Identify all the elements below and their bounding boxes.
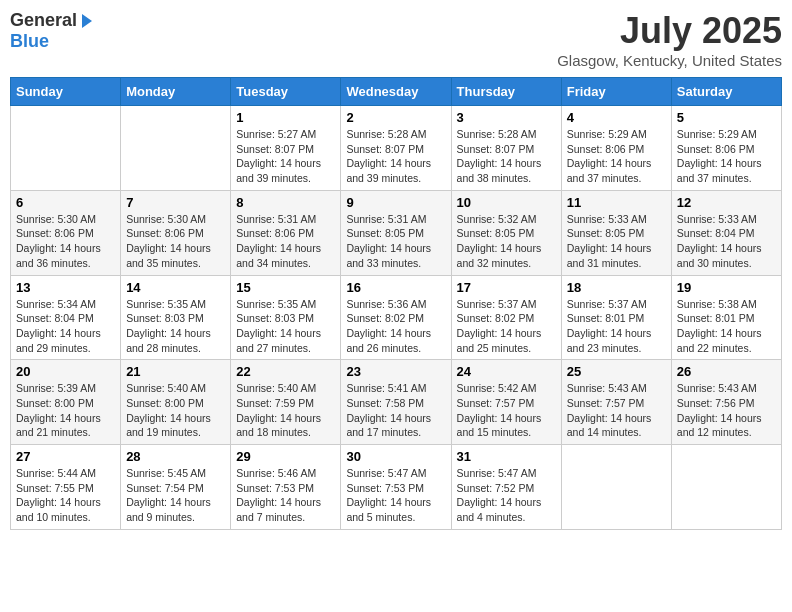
day-number: 19 <box>677 280 776 295</box>
day-detail: Sunrise: 5:32 AM Sunset: 8:05 PM Dayligh… <box>457 212 556 271</box>
day-number: 18 <box>567 280 666 295</box>
day-detail: Sunrise: 5:29 AM Sunset: 8:06 PM Dayligh… <box>567 127 666 186</box>
day-detail: Sunrise: 5:30 AM Sunset: 8:06 PM Dayligh… <box>126 212 225 271</box>
day-number: 27 <box>16 449 115 464</box>
weekday-header-thursday: Thursday <box>451 78 561 106</box>
calendar-cell: 10Sunrise: 5:32 AM Sunset: 8:05 PM Dayli… <box>451 190 561 275</box>
weekday-header-sunday: Sunday <box>11 78 121 106</box>
calendar-cell: 24Sunrise: 5:42 AM Sunset: 7:57 PM Dayli… <box>451 360 561 445</box>
day-detail: Sunrise: 5:47 AM Sunset: 7:52 PM Dayligh… <box>457 466 556 525</box>
day-number: 25 <box>567 364 666 379</box>
day-number: 26 <box>677 364 776 379</box>
day-number: 28 <box>126 449 225 464</box>
day-detail: Sunrise: 5:34 AM Sunset: 8:04 PM Dayligh… <box>16 297 115 356</box>
calendar-cell: 9Sunrise: 5:31 AM Sunset: 8:05 PM Daylig… <box>341 190 451 275</box>
calendar-cell: 31Sunrise: 5:47 AM Sunset: 7:52 PM Dayli… <box>451 445 561 530</box>
calendar-cell <box>561 445 671 530</box>
day-detail: Sunrise: 5:33 AM Sunset: 8:05 PM Dayligh… <box>567 212 666 271</box>
day-detail: Sunrise: 5:40 AM Sunset: 7:59 PM Dayligh… <box>236 381 335 440</box>
day-number: 23 <box>346 364 445 379</box>
day-detail: Sunrise: 5:36 AM Sunset: 8:02 PM Dayligh… <box>346 297 445 356</box>
day-number: 14 <box>126 280 225 295</box>
weekday-header-wednesday: Wednesday <box>341 78 451 106</box>
weekday-header-saturday: Saturday <box>671 78 781 106</box>
day-number: 20 <box>16 364 115 379</box>
calendar-cell: 17Sunrise: 5:37 AM Sunset: 8:02 PM Dayli… <box>451 275 561 360</box>
calendar-cell: 19Sunrise: 5:38 AM Sunset: 8:01 PM Dayli… <box>671 275 781 360</box>
calendar-cell: 16Sunrise: 5:36 AM Sunset: 8:02 PM Dayli… <box>341 275 451 360</box>
calendar-cell: 29Sunrise: 5:46 AM Sunset: 7:53 PM Dayli… <box>231 445 341 530</box>
calendar-cell: 4Sunrise: 5:29 AM Sunset: 8:06 PM Daylig… <box>561 106 671 191</box>
day-detail: Sunrise: 5:45 AM Sunset: 7:54 PM Dayligh… <box>126 466 225 525</box>
calendar-week-row: 27Sunrise: 5:44 AM Sunset: 7:55 PM Dayli… <box>11 445 782 530</box>
calendar-week-row: 20Sunrise: 5:39 AM Sunset: 8:00 PM Dayli… <box>11 360 782 445</box>
svg-marker-0 <box>82 14 92 28</box>
calendar-week-row: 1Sunrise: 5:27 AM Sunset: 8:07 PM Daylig… <box>11 106 782 191</box>
day-number: 3 <box>457 110 556 125</box>
day-number: 6 <box>16 195 115 210</box>
day-number: 9 <box>346 195 445 210</box>
day-number: 8 <box>236 195 335 210</box>
day-number: 2 <box>346 110 445 125</box>
day-detail: Sunrise: 5:46 AM Sunset: 7:53 PM Dayligh… <box>236 466 335 525</box>
day-detail: Sunrise: 5:28 AM Sunset: 8:07 PM Dayligh… <box>346 127 445 186</box>
day-detail: Sunrise: 5:40 AM Sunset: 8:00 PM Dayligh… <box>126 381 225 440</box>
page-header: General Blue July 2025 Glasgow, Kentucky… <box>10 10 782 69</box>
day-number: 22 <box>236 364 335 379</box>
day-number: 1 <box>236 110 335 125</box>
calendar-cell: 26Sunrise: 5:43 AM Sunset: 7:56 PM Dayli… <box>671 360 781 445</box>
day-detail: Sunrise: 5:37 AM Sunset: 8:02 PM Dayligh… <box>457 297 556 356</box>
day-number: 24 <box>457 364 556 379</box>
weekday-header-tuesday: Tuesday <box>231 78 341 106</box>
calendar-week-row: 6Sunrise: 5:30 AM Sunset: 8:06 PM Daylig… <box>11 190 782 275</box>
day-number: 21 <box>126 364 225 379</box>
calendar-cell: 18Sunrise: 5:37 AM Sunset: 8:01 PM Dayli… <box>561 275 671 360</box>
calendar-cell: 13Sunrise: 5:34 AM Sunset: 8:04 PM Dayli… <box>11 275 121 360</box>
calendar-cell: 23Sunrise: 5:41 AM Sunset: 7:58 PM Dayli… <box>341 360 451 445</box>
weekday-header-friday: Friday <box>561 78 671 106</box>
calendar-week-row: 13Sunrise: 5:34 AM Sunset: 8:04 PM Dayli… <box>11 275 782 360</box>
calendar-cell: 3Sunrise: 5:28 AM Sunset: 8:07 PM Daylig… <box>451 106 561 191</box>
day-detail: Sunrise: 5:39 AM Sunset: 8:00 PM Dayligh… <box>16 381 115 440</box>
logo-general-text: General <box>10 10 77 31</box>
day-detail: Sunrise: 5:41 AM Sunset: 7:58 PM Dayligh… <box>346 381 445 440</box>
calendar-cell: 22Sunrise: 5:40 AM Sunset: 7:59 PM Dayli… <box>231 360 341 445</box>
title-area: July 2025 Glasgow, Kentucky, United Stat… <box>557 10 782 69</box>
calendar-cell <box>121 106 231 191</box>
day-number: 17 <box>457 280 556 295</box>
day-detail: Sunrise: 5:35 AM Sunset: 8:03 PM Dayligh… <box>236 297 335 356</box>
calendar-cell <box>11 106 121 191</box>
logo-blue-text: Blue <box>10 31 49 51</box>
day-detail: Sunrise: 5:38 AM Sunset: 8:01 PM Dayligh… <box>677 297 776 356</box>
logo: General Blue <box>10 10 97 52</box>
day-number: 16 <box>346 280 445 295</box>
day-detail: Sunrise: 5:30 AM Sunset: 8:06 PM Dayligh… <box>16 212 115 271</box>
day-detail: Sunrise: 5:33 AM Sunset: 8:04 PM Dayligh… <box>677 212 776 271</box>
day-detail: Sunrise: 5:28 AM Sunset: 8:07 PM Dayligh… <box>457 127 556 186</box>
month-title: July 2025 <box>557 10 782 52</box>
calendar-cell: 20Sunrise: 5:39 AM Sunset: 8:00 PM Dayli… <box>11 360 121 445</box>
day-number: 7 <box>126 195 225 210</box>
day-detail: Sunrise: 5:37 AM Sunset: 8:01 PM Dayligh… <box>567 297 666 356</box>
weekday-header-row: SundayMondayTuesdayWednesdayThursdayFrid… <box>11 78 782 106</box>
day-number: 15 <box>236 280 335 295</box>
day-number: 10 <box>457 195 556 210</box>
day-number: 13 <box>16 280 115 295</box>
day-number: 29 <box>236 449 335 464</box>
day-detail: Sunrise: 5:35 AM Sunset: 8:03 PM Dayligh… <box>126 297 225 356</box>
location-title: Glasgow, Kentucky, United States <box>557 52 782 69</box>
calendar-cell: 11Sunrise: 5:33 AM Sunset: 8:05 PM Dayli… <box>561 190 671 275</box>
day-number: 12 <box>677 195 776 210</box>
day-detail: Sunrise: 5:27 AM Sunset: 8:07 PM Dayligh… <box>236 127 335 186</box>
day-detail: Sunrise: 5:31 AM Sunset: 8:06 PM Dayligh… <box>236 212 335 271</box>
day-detail: Sunrise: 5:47 AM Sunset: 7:53 PM Dayligh… <box>346 466 445 525</box>
logo-arrow-icon <box>78 12 96 30</box>
day-detail: Sunrise: 5:31 AM Sunset: 8:05 PM Dayligh… <box>346 212 445 271</box>
calendar-cell: 2Sunrise: 5:28 AM Sunset: 8:07 PM Daylig… <box>341 106 451 191</box>
day-number: 31 <box>457 449 556 464</box>
calendar-cell: 25Sunrise: 5:43 AM Sunset: 7:57 PM Dayli… <box>561 360 671 445</box>
calendar-cell: 27Sunrise: 5:44 AM Sunset: 7:55 PM Dayli… <box>11 445 121 530</box>
calendar-cell: 1Sunrise: 5:27 AM Sunset: 8:07 PM Daylig… <box>231 106 341 191</box>
calendar-cell: 14Sunrise: 5:35 AM Sunset: 8:03 PM Dayli… <box>121 275 231 360</box>
calendar-cell: 7Sunrise: 5:30 AM Sunset: 8:06 PM Daylig… <box>121 190 231 275</box>
